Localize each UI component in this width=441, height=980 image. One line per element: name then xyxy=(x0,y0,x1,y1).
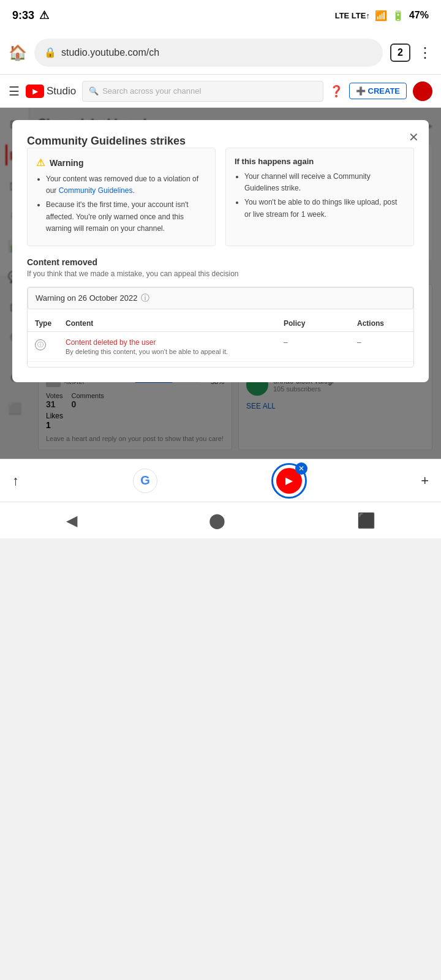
yt-logo: Studio xyxy=(26,85,76,98)
td-type: ⓘ xyxy=(35,338,66,350)
if-happens-title: If this happens again xyxy=(235,157,405,166)
nav-back-icon[interactable]: ◀ xyxy=(66,512,77,529)
modal-two-col: ⚠ Warning Your content was removed due t… xyxy=(27,148,414,246)
search-placeholder: Search across your channel xyxy=(102,86,201,96)
content-removed-title: Content removed xyxy=(27,257,414,267)
warning-col: ⚠ Warning Your content was removed due t… xyxy=(27,148,216,246)
warning-date-text: Warning on 26 October 2022 xyxy=(36,293,137,303)
content-deleted-sub: By deleting this content, you won't be a… xyxy=(66,348,284,355)
back-arrow-icon[interactable]: ↑ xyxy=(12,473,19,489)
th-policy: Policy xyxy=(284,319,357,328)
if-happens-bullet-2: You won't be able to do things like uplo… xyxy=(244,197,405,220)
nav-bar: ◀ ⬤ ⬛ xyxy=(0,502,441,538)
warning-label: Warning xyxy=(50,158,83,168)
content-removed-desc: If you think that we made a mistake, you… xyxy=(27,270,414,278)
td-content: Content deleted by the user By deleting … xyxy=(66,338,284,355)
create-label: CREATE xyxy=(368,86,400,96)
warning-icon: ⚠ xyxy=(39,9,49,22)
browser-bar: 🏠 🔒 studio.youtube.com/ch 2 ⋮ xyxy=(0,31,441,75)
modal-close-button[interactable]: ✕ xyxy=(409,130,419,145)
bottom-browser-bar: ↑ G ▶ ✕ + xyxy=(0,459,441,502)
td-actions: – xyxy=(357,338,406,347)
nav-square-icon[interactable]: ⬛ xyxy=(357,512,375,529)
signal-icon: 📶 xyxy=(375,10,387,21)
status-bar: 9:33 ⚠ LTE LTE↑ 📶 🔋 47% xyxy=(0,0,441,31)
youtube-button[interactable]: ▶ ✕ xyxy=(271,463,307,499)
lte-icon: LTE LTE↑ xyxy=(335,11,370,20)
row-info-icon: ⓘ xyxy=(35,339,46,350)
violations-table: Warning on 26 October 2022 ⓘ Type Conten… xyxy=(27,287,414,368)
hamburger-icon[interactable]: ☰ xyxy=(9,84,20,99)
search-icon: 🔍 xyxy=(89,86,99,96)
community-guidelines-link[interactable]: Community Guidelines xyxy=(59,186,133,195)
warning-triangle-icon: ⚠ xyxy=(36,157,45,168)
lock-icon: 🔒 xyxy=(44,47,56,58)
warning-header: ⚠ Warning xyxy=(36,157,206,168)
yt-studio-header: ☰ Studio 🔍 Search across your channel ❓ … xyxy=(0,75,441,108)
create-plus-icon: ➕ xyxy=(356,86,366,96)
studio-label: Studio xyxy=(47,85,76,97)
td-policy: – xyxy=(284,338,357,347)
menu-dots-icon[interactable]: ⋮ xyxy=(418,44,432,61)
help-icon[interactable]: ❓ xyxy=(330,85,343,98)
th-type: Type xyxy=(35,319,66,328)
warning-bullet-1: Your content was removed due to a violat… xyxy=(46,173,206,197)
warning-bullets: Your content was removed due to a violat… xyxy=(36,173,206,235)
table-row: ⓘ Content deleted by the user By deletin… xyxy=(28,332,413,362)
battery-icon: 🔋 xyxy=(392,10,404,21)
warning-bullet-2: Because it's the first time, your accoun… xyxy=(46,199,206,235)
google-icon[interactable]: G xyxy=(133,469,157,493)
modal-overlay: Community Guidelines strikes ✕ ⚠ Warning… xyxy=(0,108,441,459)
tab-count[interactable]: 2 xyxy=(390,43,410,62)
youtube-close-icon[interactable]: ✕ xyxy=(295,462,307,475)
home-icon[interactable]: 🏠 xyxy=(9,44,27,61)
main-content: ⊞ ▦ ▷ ≡ 📊 💬 ⊡ © ⚙ ⬜ Channel dashboard ⬆ … xyxy=(0,108,441,459)
youtube-icon xyxy=(26,85,44,98)
url-text: studio.youtube.com/ch xyxy=(61,47,159,58)
avatar[interactable] xyxy=(413,81,432,101)
warning-date: Warning on 26 October 2022 ⓘ xyxy=(28,287,413,309)
nav-home-icon[interactable]: ⬤ xyxy=(209,512,225,529)
url-bar[interactable]: 🔒 studio.youtube.com/ch xyxy=(34,39,383,67)
search-bar[interactable]: 🔍 Search across your channel xyxy=(82,81,323,102)
youtube-play-icon: ▶ xyxy=(285,475,293,486)
th-actions: Actions xyxy=(357,319,406,328)
content-deleted-label: Content deleted by the user xyxy=(66,338,284,347)
create-button[interactable]: ➕ CREATE xyxy=(349,83,407,99)
info-circle-icon: ⓘ xyxy=(141,293,149,304)
battery-percent: 47% xyxy=(409,10,429,21)
table-header: Type Content Policy Actions xyxy=(28,315,413,332)
if-happens-col: If this happens again Your channel will … xyxy=(225,148,414,246)
if-happens-bullet-1: Your channel will receive a Community Gu… xyxy=(244,171,405,194)
if-happens-bullets: Your channel will receive a Community Gu… xyxy=(235,171,405,221)
modal-title: Community Guidelines strikes xyxy=(27,135,186,147)
th-content: Content xyxy=(66,319,284,328)
time: 9:33 xyxy=(12,9,34,22)
community-guidelines-modal: Community Guidelines strikes ✕ ⚠ Warning… xyxy=(12,120,429,382)
add-tab-icon[interactable]: + xyxy=(421,473,429,489)
